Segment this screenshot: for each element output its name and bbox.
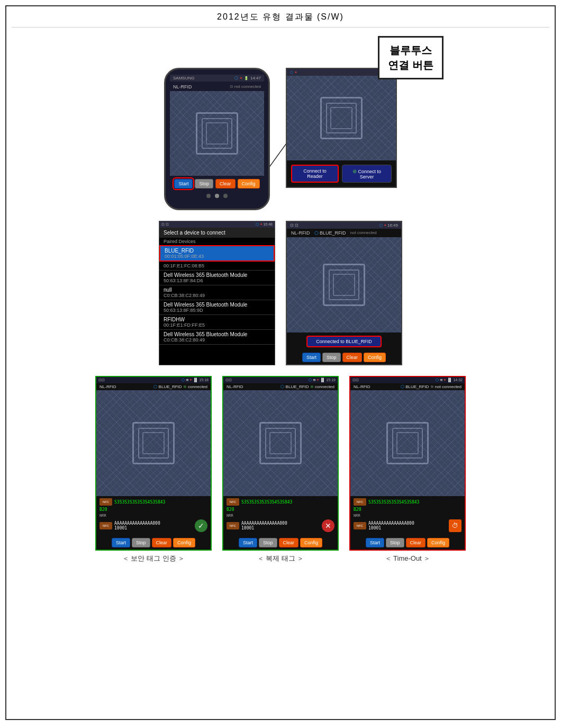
- start-button[interactable]: Start: [174, 179, 193, 188]
- bt-icon5: ⬡: [314, 230, 319, 236]
- selected-device-mac: 00:01:05:0F:0E:43: [165, 254, 269, 259]
- device-item-3[interactable]: null C0:CB:38:C2:80:49: [159, 285, 275, 300]
- bt-icon3: ⬡: [256, 222, 259, 226]
- device-item-1[interactable]: 00:1F:E1:FC:08:B5: [159, 262, 275, 271]
- sec-rfid-coil: [132, 422, 175, 464]
- connected-status-bar: Connected to BLUE_RFID: [287, 332, 401, 350]
- connected-app-name: NL-RFID: [291, 230, 310, 236]
- sec-start-btn[interactable]: Start: [112, 538, 130, 547]
- sec-wifi: ≋: [186, 378, 189, 382]
- device-mac-4: 50:63:13:8F:85:9D: [164, 308, 270, 313]
- callout-box: 블루투스 연결 버튼: [378, 36, 444, 79]
- server-icon: ⊕: [352, 168, 357, 174]
- sec-config-btn[interactable]: Config: [173, 538, 195, 547]
- sec-buttons: Start Stop Clear Config: [96, 536, 211, 550]
- sec-clear-btn[interactable]: Clear: [152, 538, 172, 547]
- clone-bt-icon: ⬡: [280, 384, 284, 389]
- timeout-nrr: NRR: [354, 514, 360, 518]
- sec-tag-icon2: NFC: [99, 522, 112, 529]
- sec-tag-icon1: NFC: [99, 498, 112, 506]
- timeout-wifi: ≋: [440, 378, 443, 382]
- top-section: 블루투스 연결 버튼 SAMSUNG ⬡ + 🔋 14:47 NL-RFID ⊙…: [12, 36, 549, 210]
- device-time: 16:48: [263, 222, 273, 226]
- clone-rfid: [223, 390, 338, 496]
- timeout-tag-data1: S3S3S3S3S3S3S4S3S843: [368, 500, 419, 505]
- timeout-id-wrap: AAAAAAAAAAAAAAA000 10001: [368, 521, 447, 531]
- clone-stop-btn[interactable]: Stop: [259, 538, 277, 547]
- clone-nrr: NRR: [227, 514, 233, 518]
- connected-stop-btn[interactable]: Stop: [322, 353, 341, 362]
- connected-clear-btn[interactable]: Clear: [342, 353, 363, 362]
- stop-button[interactable]: Stop: [195, 179, 213, 188]
- clone-start-btn[interactable]: Start: [239, 538, 257, 547]
- timeout-tag-data2: B20: [354, 507, 361, 512]
- connected-btns: Start Stop Clear Config: [287, 350, 401, 364]
- device-list-header: Select a device to connect: [159, 228, 275, 238]
- not-connected-label: not connected: [350, 230, 377, 236]
- config-button[interactable]: Config: [238, 179, 260, 188]
- sec-tag-data2: B20: [99, 507, 107, 512]
- device-mac-3: C0:CB:38:C2:80:49: [164, 293, 270, 298]
- device-item-selected[interactable]: BLUE_RFID 00:01:05:0F:0E:43: [159, 245, 275, 262]
- clone-topbar: ⊡⊡ ⬡ ≋ + ▐▌ 15:19: [223, 377, 338, 383]
- clone-appbar: NL-RFID ⬡ BLUE_RFID ≋ connected: [223, 383, 338, 390]
- sec-data-row1: NFC S3S3S3S3S3S3S4S3S843: [99, 498, 207, 506]
- plus4: +: [384, 223, 386, 227]
- device-item-5[interactable]: RFIDHW 00:1F:E1:FD:FF:E5: [159, 315, 275, 330]
- security-caption: ＜ 보안 태그 인증 ＞: [122, 554, 185, 563]
- connect-to-server-button[interactable]: ⊕ Connect to Server: [342, 165, 392, 183]
- timeout-time: 14:32: [453, 378, 463, 382]
- clone-tag-data2: B20: [227, 507, 234, 512]
- device-name-6: Dell Wireless 365 Bluetooth Module: [164, 331, 270, 337]
- sec-nrr: NRR: [99, 514, 106, 518]
- timeout-bt: ⬡: [436, 378, 439, 382]
- timeout-tag-label1: NFC: [357, 500, 363, 504]
- device-name-4: Dell Wireless 365 Bluetooth Module: [164, 302, 270, 308]
- connect-to-reader-button[interactable]: Connect to Reader: [291, 165, 339, 183]
- plus3: +: [260, 222, 262, 226]
- clone-caption: ＜ 복제 태그 ＞: [257, 554, 304, 563]
- timeout-bt-label: ⬡ BLUE_RFID ≋ not connected: [401, 384, 462, 389]
- phone-nav: [170, 192, 264, 200]
- device-item-2[interactable]: Dell Wireless 365 Bluetooth Module 50:63…: [159, 271, 275, 285]
- middle-section: ⊡ ⊡ ⬡ + 16:48 Select a device to connect…: [12, 221, 549, 365]
- page-title: 2012년도 유형 결과물 (S/W): [12, 12, 549, 28]
- clone-clear-btn[interactable]: Clear: [279, 538, 299, 547]
- timeout-plus: +: [444, 378, 446, 382]
- connected-config-btn[interactable]: Config: [364, 353, 386, 362]
- security-col: ⊡⊡ ⬡ ≋ + ▐▌ 15:18 NL-RFID ⬡ BLUE_RFID ≋: [95, 376, 212, 563]
- timeout-config-btn[interactable]: Config: [427, 538, 449, 547]
- clone-data-row1: NFC S3S3S3S3S3S3S4S3S843: [227, 498, 334, 506]
- timeout-buttons: Start Stop Clear Config: [350, 536, 465, 550]
- clone-data-row3: NRR: [227, 514, 334, 518]
- timeout-data-area: NFC S3S3S3S3S3S3S4S3S843 B20 NRR NFC: [350, 496, 465, 536]
- clone-config-btn[interactable]: Config: [300, 538, 322, 547]
- phone-buttons: Start Stop Clear Config: [170, 176, 264, 192]
- timeout-start-btn[interactable]: Start: [366, 538, 384, 547]
- device-item-4[interactable]: Dell Wireless 365 Bluetooth Module 50:63…: [159, 300, 275, 315]
- clone-time: 15:19: [326, 378, 336, 382]
- connected-screen: [287, 237, 401, 332]
- device-mac-6: C0:CB:38:C2:80:49: [164, 337, 270, 343]
- timeout-data-row2: B20: [354, 507, 462, 512]
- timeout-icons: ⊡⊡: [352, 378, 359, 382]
- timeout-app-name: NL-RFID: [354, 384, 370, 389]
- clone-id-wrap: AAAAAAAAAAAAAAA000 10001: [241, 521, 320, 531]
- timeout-stop-btn[interactable]: Stop: [386, 538, 404, 547]
- timeout-caption: ＜ Time-Out ＞: [385, 554, 431, 563]
- plus-icon: +: [240, 76, 242, 80]
- timeout-tag-label2: NFC: [357, 524, 363, 527]
- timeout-tag-id: AAAAAAAAAAAAAAA000: [368, 521, 447, 526]
- bt-icon: ⬡: [234, 76, 238, 80]
- clone-tag-icon1: NFC: [227, 498, 239, 506]
- clone-tag-icon2: NFC: [227, 522, 239, 529]
- nav-back: [206, 194, 211, 198]
- device-item-6[interactable]: Dell Wireless 365 Bluetooth Module C0:CB…: [159, 330, 275, 345]
- sec-plus: +: [190, 378, 192, 382]
- sec-stop-btn[interactable]: Stop: [132, 538, 150, 547]
- timeout-clear-btn[interactable]: Clear: [406, 538, 426, 547]
- connected-start-btn[interactable]: Start: [302, 353, 321, 362]
- clear-button[interactable]: Clear: [215, 179, 236, 188]
- page-container: 2012년도 유형 결과물 (S/W) 블루투스 연결 버튼 SAMSUNG ⬡…: [5, 5, 556, 720]
- clone-data-row4: NFC AAAAAAAAAAAAAAA000 10001 ✕: [227, 519, 334, 532]
